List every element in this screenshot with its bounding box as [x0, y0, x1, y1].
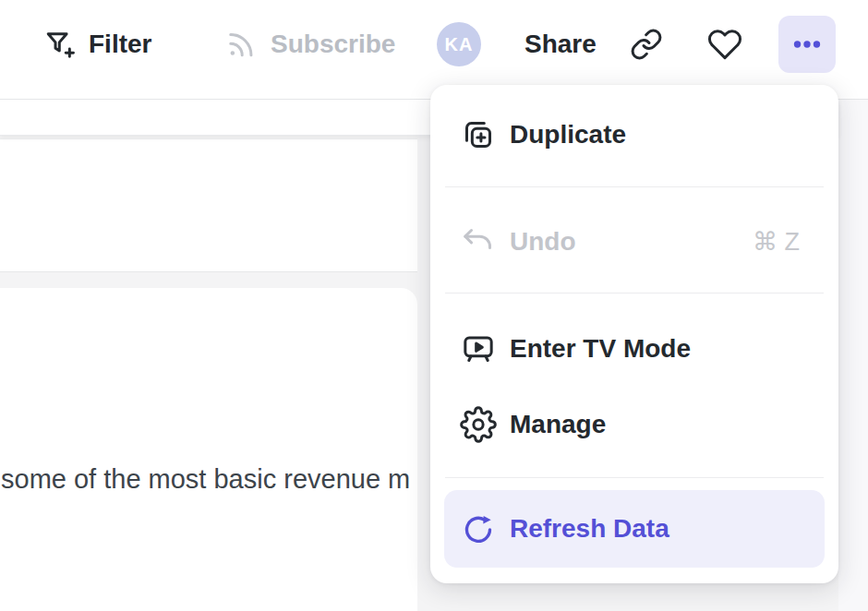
subscribe-label: Subscribe: [271, 30, 395, 59]
menu-item-enter-tv-mode[interactable]: Enter TV Mode: [430, 323, 838, 375]
menu-item-duplicate[interactable]: Duplicate: [430, 109, 838, 161]
avatar[interactable]: KA: [437, 22, 481, 66]
undo-icon: [460, 223, 497, 260]
menu-item-label: Duplicate: [510, 120, 626, 150]
menu-item-label: Enter TV Mode: [510, 334, 691, 364]
tv-icon: [460, 330, 497, 367]
menu-item-label: Undo: [510, 227, 576, 257]
refresh-icon: [460, 510, 497, 547]
text-card-paragraph: some of the most basic revenue m: [1, 464, 410, 495]
link-icon: [630, 28, 663, 61]
undo-shortcut: ⌘ Z: [753, 227, 800, 257]
share-button[interactable]: Share: [524, 15, 597, 74]
avatar-initials: KA: [445, 34, 474, 55]
duplicate-icon: [460, 116, 497, 153]
filter-label: Filter: [89, 30, 151, 59]
dashboard-card: [0, 138, 417, 272]
heart-icon: [707, 27, 742, 62]
menu-item-undo[interactable]: Undo ⌘ Z: [430, 216, 838, 268]
filter-button[interactable]: Filter: [44, 15, 151, 74]
menu-divider: [445, 477, 824, 478]
menu-item-label: Manage: [510, 410, 606, 439]
menu-divider: [445, 293, 824, 294]
ellipsis-icon: [791, 29, 823, 60]
menu-item-refresh-data[interactable]: Refresh Data: [444, 490, 825, 568]
copy-link-button[interactable]: [624, 22, 669, 66]
menu-item-label: Refresh Data: [510, 514, 669, 544]
more-options-button[interactable]: [778, 16, 836, 73]
text-card: [0, 288, 417, 611]
favorite-button[interactable]: [703, 22, 747, 66]
page-gutter: [838, 100, 868, 611]
share-label: Share: [524, 30, 597, 59]
dashboard-screen: Filter Subscribe KA Share: [0, 0, 868, 611]
menu-divider: [445, 186, 824, 187]
filter-plus-icon: [44, 29, 76, 60]
gear-icon: [460, 406, 497, 443]
more-options-menu: Duplicate Undo ⌘ Z Enter TV Mode: [430, 85, 838, 583]
subscribe-button[interactable]: Subscribe: [224, 15, 395, 74]
rss-icon: [224, 28, 258, 61]
menu-item-manage[interactable]: Manage: [430, 399, 838, 450]
